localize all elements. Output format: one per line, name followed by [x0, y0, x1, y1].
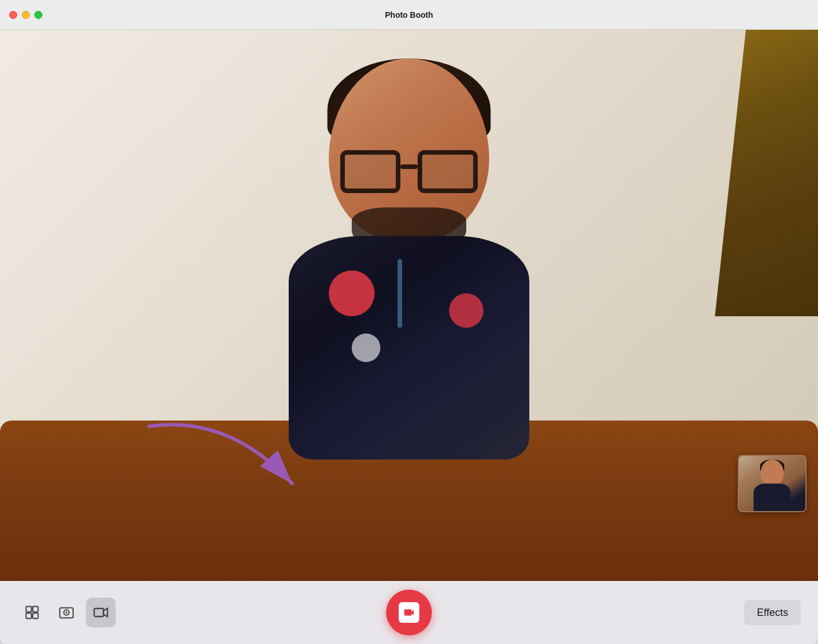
maximize-button[interactable] — [34, 11, 42, 19]
shirt-line1 — [398, 259, 402, 328]
mode-buttons — [17, 598, 116, 627]
effects-button[interactable]: Effects — [744, 600, 801, 625]
minimize-button[interactable] — [22, 11, 30, 19]
glasses-right — [418, 150, 478, 193]
svg-rect-3 — [26, 613, 32, 618]
thumbnail-background — [739, 456, 805, 511]
effects-label: Effects — [757, 607, 788, 619]
app-window: Photo Booth — [0, 0, 818, 644]
svg-rect-1 — [26, 607, 32, 612]
shirt-dot2 — [449, 293, 483, 328]
scene-container — [0, 30, 818, 581]
svg-rect-4 — [33, 613, 38, 618]
glasses-left — [340, 150, 400, 193]
toolbar-center — [386, 590, 432, 635]
svg-rect-8 — [94, 608, 103, 616]
thumbnail-head — [761, 460, 784, 485]
mode-video-button[interactable] — [86, 598, 116, 627]
thumbnail-body — [754, 484, 791, 512]
traffic-lights — [9, 11, 42, 19]
shirt-dot1 — [329, 270, 375, 316]
title-bar: Photo Booth — [0, 0, 818, 30]
close-button[interactable] — [9, 11, 17, 19]
person-glasses — [340, 150, 478, 196]
record-button[interactable] — [386, 590, 432, 635]
toolbar-right: Effects — [744, 600, 801, 625]
shirt-pattern — [294, 248, 524, 460]
svg-rect-2 — [33, 607, 38, 612]
window-title: Photo Booth — [385, 10, 433, 19]
person-figure — [209, 58, 609, 460]
thumbnail-preview — [738, 455, 807, 512]
mode-grid-button[interactable] — [17, 598, 47, 627]
glasses-bridge — [400, 164, 418, 169]
svg-point-7 — [65, 611, 68, 614]
thumbnail-person — [752, 460, 792, 511]
shirt-dot3 — [352, 333, 380, 362]
camera-view — [0, 30, 818, 581]
toolbar: Effects — [0, 581, 818, 644]
mode-photo-button[interactable] — [52, 598, 81, 627]
record-icon — [399, 602, 419, 623]
